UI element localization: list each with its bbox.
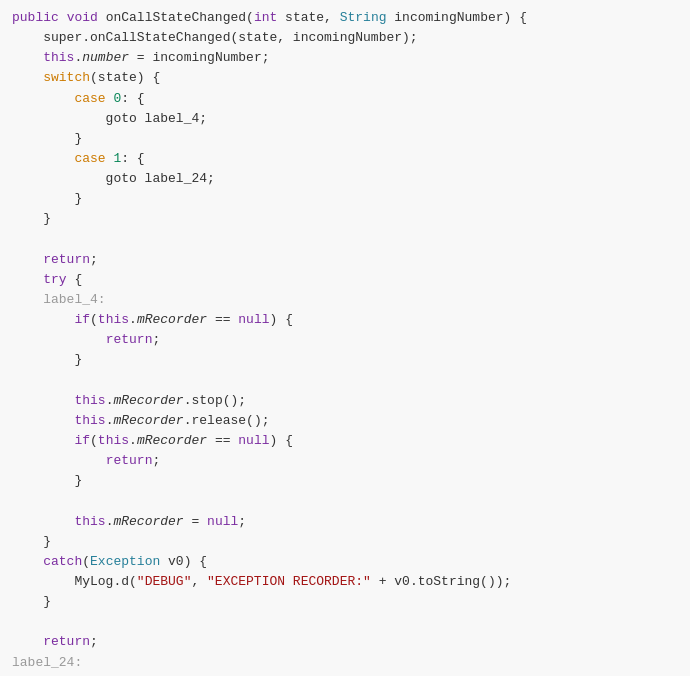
type: String: [340, 8, 387, 28]
label: label_24:: [12, 653, 82, 673]
keyword-if: if: [74, 431, 90, 451]
keyword-this: this: [74, 411, 105, 431]
keyword-return: return: [106, 451, 153, 471]
exception-type: Exception: [90, 552, 160, 572]
code-line: if ( this . mRecorder == null ) {: [0, 310, 690, 330]
code-line: case 0 : {: [0, 89, 690, 109]
number: 0: [113, 89, 121, 109]
type: File: [43, 673, 74, 676]
code-line: return ;: [0, 632, 690, 652]
code-line: case 1 : {: [0, 149, 690, 169]
keyword: void: [67, 8, 98, 28]
code-line: super.onCallStateChanged(state, incoming…: [0, 28, 690, 48]
keyword-switch: switch: [43, 68, 90, 88]
code-line: switch (state) {: [0, 68, 690, 88]
keyword-new: new: [121, 673, 144, 676]
code-line: goto label_24;: [0, 169, 690, 189]
code-line: }: [0, 209, 690, 229]
code-line: }: [0, 592, 690, 612]
code-line: try {: [0, 270, 690, 290]
keyword-return: return: [106, 330, 153, 350]
number: 1: [113, 149, 121, 169]
keyword-this: this: [98, 431, 129, 451]
label: label_4:: [12, 290, 106, 310]
code-line: this . mRecorder .release();: [0, 411, 690, 431]
code-line: return ;: [0, 250, 690, 270]
type: File: [152, 673, 183, 676]
keyword: public: [12, 8, 59, 28]
code-line: }: [0, 189, 690, 209]
keyword-if: if: [74, 310, 90, 330]
type: String: [316, 673, 363, 676]
code-line: }: [0, 471, 690, 491]
code-line: }: [0, 129, 690, 149]
code-line: this . number = incomingNumber;: [0, 48, 690, 68]
code-line: }: [0, 350, 690, 370]
code-line-empty: [0, 371, 690, 391]
keyword-null: null: [207, 512, 238, 532]
code-line: return ;: [0, 330, 690, 350]
code-line: label_4:: [0, 290, 690, 310]
string-literal: "_": [660, 673, 683, 676]
keyword-catch: catch: [43, 552, 82, 572]
keyword-return: return: [43, 250, 90, 270]
code-line: this . mRecorder = null ;: [0, 512, 690, 532]
code-line: File v1 = new File (CallListen.dir, Stri…: [0, 673, 690, 676]
code-container: public void onCallStateChanged( int stat…: [0, 0, 690, 676]
code-line: label_24:: [0, 653, 690, 673]
code-line-empty: [0, 491, 690, 511]
code-line: return ;: [0, 451, 690, 471]
keyword-case: case: [74, 89, 105, 109]
code-line: public void onCallStateChanged( int stat…: [0, 8, 690, 28]
keyword-this: this: [74, 391, 105, 411]
keyword-this: this: [74, 512, 105, 532]
code-line: if ( this . mRecorder == null ) {: [0, 431, 690, 451]
keyword-null: null: [238, 310, 269, 330]
keyword-return: return: [43, 632, 90, 652]
keyword-this: this: [43, 48, 74, 68]
keyword-null: null: [238, 431, 269, 451]
code-line: goto label_4;: [0, 109, 690, 129]
code-line: }: [0, 532, 690, 552]
code-line-empty: [0, 230, 690, 250]
string-literal: "EXCEPTION RECORDER:": [207, 572, 371, 592]
keyword-try: try: [43, 270, 66, 290]
code-line: catch ( Exception v0) {: [0, 552, 690, 572]
code-line: this . mRecorder .stop();: [0, 391, 690, 411]
keyword: int: [254, 8, 277, 28]
keyword-this: this: [98, 310, 129, 330]
string-literal: "DEBUG": [137, 572, 192, 592]
keyword-case: case: [74, 149, 105, 169]
code-line: MyLog.d( "DEBUG" , "EXCEPTION RECORDER:"…: [0, 572, 690, 592]
code-line-empty: [0, 612, 690, 632]
